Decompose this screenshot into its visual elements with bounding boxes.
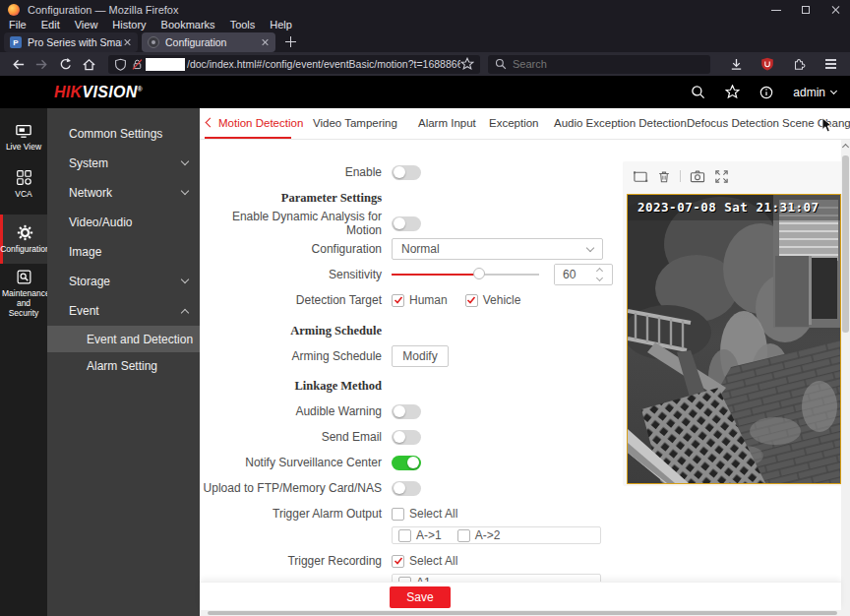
menu-help[interactable]: Help	[270, 20, 292, 31]
sensitivity-input[interactable]	[555, 265, 590, 284]
tab-scene-change[interactable]: Scene Change Detection	[782, 117, 850, 129]
menu-view[interactable]: View	[75, 20, 98, 31]
chevron-down-icon	[181, 187, 189, 195]
home-button[interactable]	[77, 54, 100, 74]
app-menu-hamburger-icon[interactable]	[819, 54, 842, 74]
window-title: Configuration — Mozilla Firefox	[28, 4, 178, 16]
sidebar-item-video-audio[interactable]: Video/Audio	[47, 208, 200, 237]
vehicle-checkbox[interactable]	[465, 294, 478, 307]
tab-scroll-left-icon[interactable]	[206, 118, 215, 128]
modify-button[interactable]: Modify	[392, 345, 449, 367]
maximize-button[interactable]	[791, 0, 820, 20]
sensitivity-slider[interactable]	[392, 268, 539, 281]
rail-item-maintenance[interactable]: Maintenance and Security	[0, 269, 47, 318]
ublock-extension-icon[interactable]	[756, 54, 779, 74]
audible-warning-row: Audible Warning	[200, 399, 617, 424]
bookmark-star-icon[interactable]	[460, 57, 474, 71]
header-info-icon[interactable]	[759, 86, 773, 99]
human-checkbox[interactable]	[392, 294, 404, 307]
admin-user-menu[interactable]: admin	[793, 86, 836, 99]
minimize-button[interactable]	[761, 0, 791, 20]
enable-toggle[interactable]	[392, 165, 421, 180]
horizontal-scrollbar[interactable]	[200, 610, 850, 616]
sidebar-item-network[interactable]: Network	[47, 178, 200, 208]
send-email-toggle[interactable]	[392, 430, 421, 445]
chevron-down-icon	[586, 243, 594, 251]
menu-bookmarks[interactable]: Bookmarks	[161, 20, 215, 31]
osd-timestamp: 2023-07-08 Sat 21:31:07	[638, 200, 820, 215]
tab-video-tampering[interactable]: Video Tampering	[313, 117, 397, 129]
tab-alarm-input[interactable]: Alarm Input	[418, 117, 476, 129]
sidebar-item-alarm-setting[interactable]: Alarm Setting	[47, 352, 200, 379]
sidebar-item-common-settings[interactable]: Common Settings	[47, 119, 200, 149]
rail-item-live-view[interactable]: Live View	[0, 123, 47, 152]
notify-surveillance-center-toggle[interactable]	[392, 456, 421, 470]
alarm-output-1-checkbox[interactable]	[398, 529, 411, 542]
audible-warning-toggle[interactable]	[392, 404, 421, 419]
alarm-output-2-checkbox[interactable]	[457, 529, 470, 542]
menu-tools[interactable]: Tools	[230, 20, 256, 31]
menu-file[interactable]: File	[9, 20, 27, 31]
linkage-method-heading: Linkage Method	[200, 379, 382, 394]
slider-handle[interactable]	[473, 268, 485, 279]
save-footer: Save	[200, 582, 841, 610]
rail-item-configuration[interactable]: Configuration	[0, 215, 47, 264]
snapshot-camera-icon[interactable]	[690, 169, 705, 184]
shield-icon[interactable]	[114, 58, 127, 71]
sidebar-item-storage[interactable]: Storage	[47, 267, 200, 296]
insecure-lock-icon[interactable]	[131, 58, 144, 71]
tab-favicon	[148, 36, 159, 48]
scrollbar-thumb[interactable]	[208, 611, 837, 615]
tab-close-icon[interactable]	[260, 37, 270, 47]
sidebar-item-event-and-detection[interactable]: Event and Detection	[47, 326, 200, 352]
sidebar-item-system[interactable]: System	[47, 149, 200, 178]
chevron-up-icon	[181, 309, 189, 317]
search-input[interactable]	[513, 58, 670, 70]
recording-select-all-checkbox[interactable]	[392, 555, 404, 568]
new-tab-button[interactable]	[281, 32, 301, 52]
tab-defocus-detection[interactable]: Defocus Detection	[687, 117, 779, 129]
browser-tab-configuration[interactable]: Configuration	[142, 32, 275, 52]
gear-icon	[17, 224, 33, 241]
downloads-icon[interactable]	[724, 54, 748, 74]
close-button[interactable]	[820, 0, 850, 20]
vertical-scrollbar[interactable]	[841, 140, 850, 610]
alarm-output-select-all-checkbox[interactable]	[392, 508, 404, 521]
sensitivity-spinner[interactable]	[590, 265, 608, 284]
forward-button[interactable]	[30, 54, 53, 74]
sidebar-item-image[interactable]: Image	[47, 237, 200, 267]
content-area: Motion Detection Video Tampering Alarm I…	[200, 108, 850, 616]
back-button[interactable]	[6, 54, 30, 74]
upload-ftp-toggle[interactable]	[392, 481, 421, 496]
configuration-select[interactable]: Normal	[392, 238, 603, 260]
tab-exception[interactable]: Exception	[489, 117, 539, 129]
search-bar[interactable]	[488, 55, 710, 74]
notify-center-row: Notify Surveillance Center	[200, 450, 617, 475]
draw-area-icon[interactable]	[633, 169, 648, 184]
scrollbar-thumb[interactable]	[842, 155, 849, 333]
fullscreen-icon[interactable]	[714, 169, 729, 184]
chevron-down-icon	[181, 276, 189, 283]
scroll-up-arrow-icon[interactable]	[841, 144, 848, 151]
extensions-puzzle-icon[interactable]	[787, 54, 811, 74]
header-search-icon[interactable]	[691, 85, 705, 99]
linkage-method-heading-row: Linkage Method	[200, 373, 617, 399]
save-button[interactable]: Save	[390, 586, 451, 608]
dynamic-analysis-toggle[interactable]	[392, 216, 421, 231]
url-text[interactable]: /doc/index.html#/config/event/eventBasic…	[187, 58, 460, 70]
url-bar[interactable]: /doc/index.html#/config/event/eventBasic…	[108, 55, 480, 74]
browser-tab-pro-series[interactable]: P Pro Series with Smart Hybrid Li	[4, 32, 138, 52]
reload-button[interactable]	[53, 54, 77, 74]
chevron-down-icon	[830, 87, 837, 93]
trash-icon[interactable]	[657, 169, 671, 184]
sidebar-item-event[interactable]: Event	[47, 296, 200, 326]
header-star-icon[interactable]	[725, 85, 740, 99]
menu-history[interactable]: History	[112, 20, 146, 31]
upload-ftp-row: Upload to FTP/Memory Card/NAS	[200, 475, 617, 501]
tab-motion-detection[interactable]: Motion Detection	[218, 117, 303, 129]
rail-item-vca[interactable]: VCA	[0, 169, 47, 199]
camera-preview-image[interactable]: 2023-07-08 Sat 21:31:07	[627, 194, 841, 484]
tab-audio-exception[interactable]: Audio Exception Detection	[554, 117, 687, 129]
menu-edit[interactable]: Edit	[41, 20, 60, 31]
tab-close-icon[interactable]	[122, 37, 132, 47]
